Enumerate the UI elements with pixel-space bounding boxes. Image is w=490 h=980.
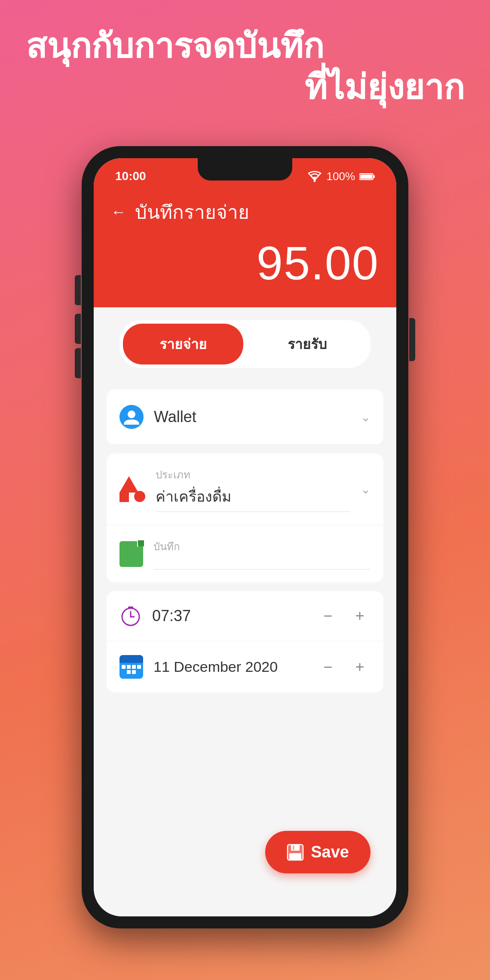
note-content: บันทึก xyxy=(153,538,371,570)
category-icon xyxy=(119,476,145,502)
battery-icon xyxy=(359,172,375,181)
tab-switcher: รายจ่าย รายรับ xyxy=(119,320,371,368)
status-icons: 100% xyxy=(307,170,375,183)
battery-text: 100% xyxy=(327,170,355,183)
tab-income[interactable]: รายรับ xyxy=(247,324,367,364)
category-value: ค่าเครื่องดื่ม xyxy=(156,485,350,512)
save-disk-icon xyxy=(287,844,304,861)
phone-notch xyxy=(198,158,292,181)
time-minus-button[interactable]: − xyxy=(317,605,339,627)
category-field-row[interactable]: ประเภท ค่าเครื่องดื่ม ⌄ xyxy=(107,453,383,525)
tagline: สนุกกับการจดบันทึก ที่ไม่ยุ่งยาก xyxy=(26,26,464,108)
note-field-row[interactable]: บันทึก xyxy=(107,525,383,582)
svg-rect-2 xyxy=(360,175,372,179)
svg-rect-13 xyxy=(293,845,294,850)
wifi-icon xyxy=(307,171,322,183)
time-stepper: − + xyxy=(317,605,371,627)
svg-point-0 xyxy=(313,180,315,182)
wallet-person-icon xyxy=(119,405,144,429)
date-minus-button[interactable]: − xyxy=(317,656,339,678)
phone-shell: 10:00 100% ← xyxy=(82,146,408,928)
category-label: ประเภท xyxy=(156,466,350,483)
svg-rect-14 xyxy=(289,853,301,860)
app-header: ← บันทึกรายจ่าย 95.00 xyxy=(94,188,396,307)
note-value[interactable] xyxy=(153,557,371,570)
tagline-line1: สนุกกับการจดบันทึก xyxy=(26,27,324,65)
wallet-section: Wallet ⌄ xyxy=(107,389,383,445)
svg-rect-3 xyxy=(373,175,375,178)
wallet-chevron-icon: ⌄ xyxy=(361,410,371,424)
category-chevron-icon: ⌄ xyxy=(361,482,371,496)
status-time: 10:00 xyxy=(115,169,146,183)
category-note-section: ประเภท ค่าเครื่องดื่ม ⌄ บันทึก xyxy=(107,453,383,582)
time-plus-button[interactable]: + xyxy=(349,605,371,627)
date-plus-button[interactable]: + xyxy=(349,656,371,678)
time-value: 07:37 xyxy=(152,607,307,625)
date-field-row: 11 December 2020 − + xyxy=(107,641,383,692)
amount-display: 95.00 xyxy=(111,236,379,290)
svg-rect-12 xyxy=(291,845,300,851)
date-stepper: − + xyxy=(317,656,371,678)
calendar-icon xyxy=(119,655,143,679)
wallet-value: Wallet xyxy=(154,408,350,426)
wallet-field-row[interactable]: Wallet ⌄ xyxy=(107,389,383,445)
note-icon xyxy=(119,541,143,567)
time-date-section: 07:37 − + xyxy=(107,591,383,692)
save-button-container: Save xyxy=(265,831,371,873)
save-button[interactable]: Save xyxy=(265,831,371,873)
note-label: บันทึก xyxy=(153,538,371,555)
date-value: 11 December 2020 xyxy=(153,658,307,675)
back-button[interactable]: ← xyxy=(111,203,126,221)
app-title: บันทึกรายจ่าย xyxy=(135,197,249,227)
svg-point-5 xyxy=(128,410,135,418)
category-content: ประเภท ค่าเครื่องดื่ม xyxy=(156,466,350,512)
phone-screen: 10:00 100% ← xyxy=(94,158,396,916)
tagline-line2: ที่ไม่ยุ่งยาก xyxy=(26,67,464,108)
save-label: Save xyxy=(311,843,349,861)
timer-icon xyxy=(119,605,142,627)
time-field-row: 07:37 − + xyxy=(107,591,383,641)
svg-rect-7 xyxy=(128,606,133,609)
app-title-row: ← บันทึกรายจ่าย xyxy=(111,197,379,227)
tab-expense[interactable]: รายจ่าย xyxy=(123,324,243,364)
